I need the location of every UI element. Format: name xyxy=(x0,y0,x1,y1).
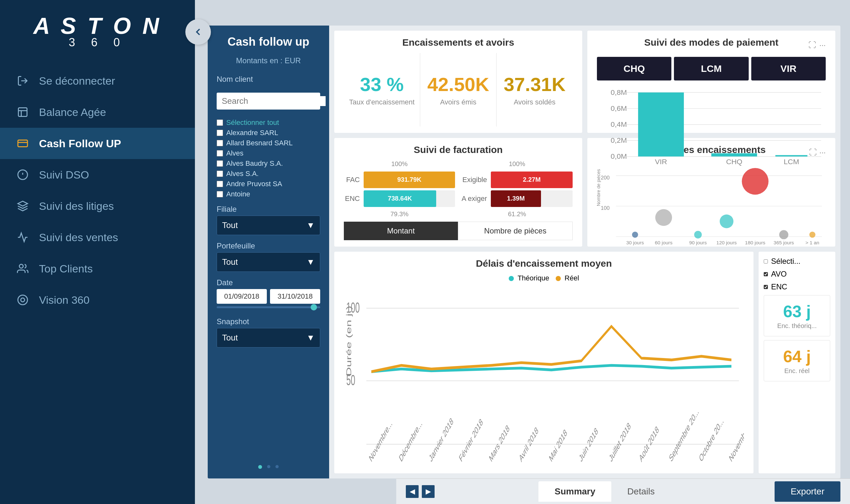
client-checkbox-alves[interactable] xyxy=(217,150,223,157)
svg-rect-23 xyxy=(711,153,757,157)
svg-point-10 xyxy=(18,295,28,305)
client-checkbox-allard[interactable] xyxy=(217,140,223,146)
sidebar-item-balance[interactable]: Balance Agée xyxy=(0,96,195,128)
snapshot-dropdown[interactable]: Tout ▼ xyxy=(217,328,320,347)
client-label-alves-baudry: Alves Baudry S.A. xyxy=(226,159,283,168)
paiement-header: Suivi des modes de paiement ⛶ ··· xyxy=(597,37,826,53)
bar-bg-exigible: 2.27M xyxy=(491,172,573,188)
sidebar-collapse-button[interactable] xyxy=(185,19,211,45)
content-area: Encaissements et avoirs 33 % Taux d'enca… xyxy=(329,25,840,479)
bar-row-fac: FAC 931.79K xyxy=(344,172,455,188)
nav-prev[interactable]: ◀ xyxy=(406,485,419,498)
date-label: Date xyxy=(217,278,320,287)
svg-rect-4 xyxy=(18,140,28,147)
tab-summary[interactable]: Summary xyxy=(538,481,611,502)
bar-bg-enc: 738.64K xyxy=(364,190,455,207)
nav-next[interactable]: ▶ xyxy=(422,485,435,498)
date-start[interactable]: 01/09/2018 xyxy=(217,289,267,304)
bar-bg-a-exiger: 1.39M xyxy=(491,190,573,207)
delais-legend: Théorique Réel xyxy=(344,274,744,282)
reel-dot xyxy=(556,276,561,281)
filter-title: Cash follow up xyxy=(217,35,320,49)
sidebar-item-topclients[interactable]: Top Clients xyxy=(0,253,195,284)
kpi-taux-value: 33 % xyxy=(360,73,404,95)
kpi-avoirs-soldes-value: 37.31K xyxy=(503,73,565,95)
sidebar-item-litiges[interactable]: Suivi des litiges xyxy=(0,190,195,222)
bar-label-enc: ENC xyxy=(344,195,360,203)
date-slider[interactable] xyxy=(217,306,320,308)
bar-label-exigible: Exigible xyxy=(461,176,487,184)
sidebar-item-litiges-label: Suivi des litiges xyxy=(39,200,114,212)
logo-text: A S T O N xyxy=(33,13,161,39)
portefeuille-value: Tout xyxy=(222,257,238,267)
dot-2[interactable] xyxy=(267,465,270,468)
montant-btn[interactable]: Montant xyxy=(344,222,458,240)
mini-kpi-theorique-label: Enc. théoriq... xyxy=(771,322,824,330)
client-checkbox-antoine[interactable] xyxy=(217,191,223,197)
nombre-pieces-btn[interactable]: Nombre de pièces xyxy=(458,222,573,240)
check-avo[interactable] xyxy=(764,272,768,276)
client-alves-baudry[interactable]: Alves Baudry S.A. xyxy=(217,159,320,168)
client-label-antoine: Antoine xyxy=(226,190,250,198)
balance-icon xyxy=(16,105,30,119)
client-alves-sa[interactable]: Alves S.A. xyxy=(217,169,320,178)
client-checkbox-alves-sa[interactable] xyxy=(217,170,223,177)
chip-chq[interactable]: CHQ xyxy=(597,57,671,80)
client-checkbox-all[interactable] xyxy=(217,120,223,126)
sidebar-item-balance-label: Balance Agée xyxy=(39,106,106,119)
client-allard[interactable]: Allard Besnard SARL xyxy=(217,139,320,147)
dot-3[interactable] xyxy=(276,465,279,468)
check-selectionner[interactable] xyxy=(764,259,768,264)
client-checkbox-alexandre[interactable] xyxy=(217,130,223,136)
svg-text:0,8M: 0,8M xyxy=(610,88,627,96)
client-alexandre[interactable]: Alexandre SARL xyxy=(217,129,320,137)
date-end[interactable]: 31/10/2018 xyxy=(270,289,320,304)
delais-chart-area: 100 50 Durée (en j.) xyxy=(344,286,744,467)
chip-lcm[interactable]: LCM xyxy=(674,57,748,80)
client-antoine[interactable]: Antoine xyxy=(217,190,320,198)
client-andre[interactable]: Andre Pruvost SA xyxy=(217,180,320,188)
sidebar-item-cashfollowup[interactable]: Cash Follow UP xyxy=(0,128,195,159)
fact-chart-1: 100% FAC 931.79K ENC xyxy=(344,160,455,218)
sidebar-item-disconnect[interactable]: Se déconnecter xyxy=(0,65,195,96)
svg-text:100: 100 xyxy=(601,205,610,211)
check-enc[interactable] xyxy=(764,285,768,289)
paiement-expand-btn[interactable]: ⛶ xyxy=(809,40,816,50)
legend-theorique: Théorique xyxy=(509,274,549,282)
sidebar-item-suividso[interactable]: Suivi DSO xyxy=(0,159,195,190)
filiale-dropdown[interactable]: Tout ▼ xyxy=(217,216,320,235)
tab-details[interactable]: Details xyxy=(611,481,671,502)
svg-text:Janvier 2018: Janvier 2018 xyxy=(428,416,455,464)
filiale-value: Tout xyxy=(222,220,238,230)
paiement-more-btn[interactable]: ··· xyxy=(819,40,826,50)
sidebar-item-ventes-label: Suivi des ventes xyxy=(39,231,118,244)
svg-text:Mars 2018: Mars 2018 xyxy=(488,422,511,464)
vision-icon xyxy=(16,293,30,307)
client-label-andre: Andre Pruvost SA xyxy=(226,180,282,188)
client-alves[interactable]: Alves xyxy=(217,149,320,158)
sidebar: A S T O N 3 6 0 Se déconnecter Balance A… xyxy=(0,0,195,504)
bar-container-1: FAC 931.79K ENC 738.64K xyxy=(344,170,455,208)
portefeuille-dropdown[interactable]: Tout ▼ xyxy=(217,252,320,272)
svg-text:60 jours: 60 jours xyxy=(655,240,672,245)
search-input[interactable] xyxy=(222,96,325,106)
sidebar-item-vision360[interactable]: Vision 360 xyxy=(0,284,195,316)
facturation-charts: 100% FAC 931.79K ENC xyxy=(344,160,573,218)
sidebar-item-cashfollowup-label: Cash Follow UP xyxy=(39,137,121,150)
litiges-icon xyxy=(16,199,30,213)
paiement-title: Suivi des modes de paiement xyxy=(643,37,780,48)
montant-btn-row: Montant Nombre de pièces xyxy=(344,222,573,240)
client-checkbox-andre[interactable] xyxy=(217,181,223,187)
kpi-taux-label: Taux d'encaissement xyxy=(349,98,415,106)
dot-1[interactable] xyxy=(258,465,262,469)
bot-row: Délais d'encaissement moyen Théorique Ré… xyxy=(334,252,835,473)
fact-pct-bot-1: 79.3% xyxy=(344,211,455,218)
sidebar-item-ventes[interactable]: Suivi des ventes xyxy=(0,222,195,253)
svg-text:0,2M: 0,2M xyxy=(610,136,627,144)
export-button[interactable]: Exporter xyxy=(775,481,840,502)
client-checkbox-alves-baudry[interactable] xyxy=(217,160,223,167)
sidebar-item-disconnect-label: Se déconnecter xyxy=(39,75,115,87)
client-select-all[interactable]: Sélectionner tout xyxy=(217,119,320,127)
svg-text:365 jours: 365 jours xyxy=(774,240,794,245)
chip-vir[interactable]: VIR xyxy=(751,57,826,80)
